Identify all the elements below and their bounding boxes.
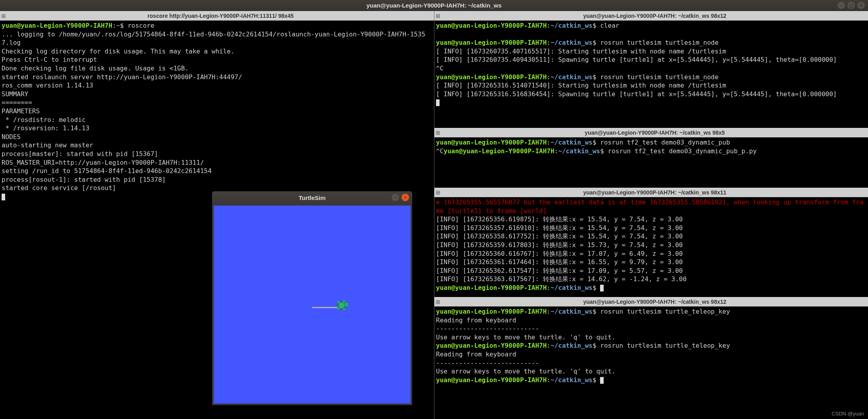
pane-title-text: yuan@yuan-Legion-Y9000P-IAH7H: ~/catkin_… bbox=[442, 299, 868, 305]
window-controls: – ▢ × bbox=[837, 2, 865, 9]
workspace: ⊞ roscore http://yuan-Legion-Y9000P-IAH7… bbox=[0, 11, 868, 419]
pane-titlebar-r1[interactable]: ⊞ yuan@yuan-Legion-Y9000P-IAH7H: ~/catki… bbox=[434, 11, 868, 21]
turtlesim-window[interactable]: TurtleSim – × bbox=[212, 191, 412, 405]
pane-teleop: ⊞ yuan@yuan-Legion-Y9000P-IAH7H: ~/catki… bbox=[434, 297, 868, 419]
tab-icon[interactable]: ⊞ bbox=[434, 299, 442, 305]
turtlesim-close-icon[interactable]: × bbox=[401, 194, 409, 201]
turtle-sprite bbox=[335, 297, 349, 312]
terminal-r3[interactable]: e 1673265355.565576077 but the earliest … bbox=[434, 197, 868, 297]
tab-icon[interactable]: ⊞ bbox=[0, 13, 7, 19]
terminal-r4[interactable]: yuan@yuan-Legion-Y9000P-IAH7H:~/catkin_w… bbox=[434, 307, 868, 419]
terminal-r2[interactable]: yuan@yuan-Legion-Y9000P-IAH7H:~/catkin_w… bbox=[434, 137, 868, 188]
pane-title-text: yuan@yuan-Legion-Y9000P-IAH7H: ~/catkin_… bbox=[442, 13, 868, 19]
svg-point-3 bbox=[337, 307, 340, 310]
right-column: ⊞ yuan@yuan-Legion-Y9000P-IAH7H: ~/catki… bbox=[434, 11, 868, 419]
svg-point-4 bbox=[343, 300, 345, 303]
turtlesim-title: TurtleSim bbox=[212, 194, 412, 201]
main-title-text: yuan@yuan-Legion-Y9000P-IAH7H: ~/catkin_… bbox=[367, 2, 502, 9]
turtlesim-minimize-icon[interactable]: – bbox=[392, 194, 399, 201]
pane-titlebar-r3[interactable]: ⊞ yuan@yuan-Legion-Y9000P-IAH7H: ~/catki… bbox=[434, 188, 868, 197]
pane-title-text: yuan@yuan-Legion-Y9000P-IAH7H: ~/catkin_… bbox=[442, 189, 868, 196]
pane-title-text: roscore http://yuan-Legion-Y9000P-IAH7H:… bbox=[7, 13, 434, 19]
pane-titlebar-r2[interactable]: ⊞ yuan@yuan-Legion-Y9000P-IAH7H: ~/catki… bbox=[434, 128, 868, 137]
turtle-icon bbox=[335, 297, 349, 312]
svg-point-2 bbox=[337, 301, 340, 303]
close-icon[interactable]: × bbox=[857, 2, 865, 9]
pane-turtlesim-node: ⊞ yuan@yuan-Legion-Y9000P-IAH7H: ~/catki… bbox=[434, 11, 868, 128]
tab-icon[interactable]: ⊞ bbox=[434, 130, 442, 136]
watermark: CSDN @yuan bbox=[832, 411, 864, 417]
turtlesim-titlebar[interactable]: TurtleSim – × bbox=[212, 191, 412, 204]
svg-point-1 bbox=[344, 303, 348, 307]
pane-title-text: yuan@yuan-Legion-Y9000P-IAH7H: ~/catkin_… bbox=[442, 130, 868, 136]
terminal-r1[interactable]: yuan@yuan-Legion-Y9000P-IAH7H:~/catkin_w… bbox=[434, 21, 868, 128]
pane-tf2-pub: ⊞ yuan@yuan-Legion-Y9000P-IAH7H: ~/catki… bbox=[434, 128, 868, 188]
tab-icon[interactable]: ⊞ bbox=[434, 189, 442, 196]
turtle-trail bbox=[312, 307, 338, 308]
maximize-icon[interactable]: ▢ bbox=[847, 2, 855, 9]
main-titlebar: yuan@yuan-Legion-Y9000P-IAH7H: ~/catkin_… bbox=[0, 0, 868, 11]
pane-titlebar-r4[interactable]: ⊞ yuan@yuan-Legion-Y9000P-IAH7H: ~/catki… bbox=[434, 297, 868, 307]
minimize-icon[interactable]: – bbox=[837, 2, 845, 9]
tab-icon[interactable]: ⊞ bbox=[434, 13, 442, 19]
svg-point-5 bbox=[343, 308, 345, 310]
turtlesim-controls: – × bbox=[392, 194, 409, 201]
pane-tf2-listener: ⊞ yuan@yuan-Legion-Y9000P-IAH7H: ~/catki… bbox=[434, 188, 868, 297]
turtlesim-canvas[interactable] bbox=[214, 206, 411, 404]
pane-titlebar-roscore[interactable]: ⊞ roscore http://yuan-Legion-Y9000P-IAH7… bbox=[0, 11, 434, 21]
